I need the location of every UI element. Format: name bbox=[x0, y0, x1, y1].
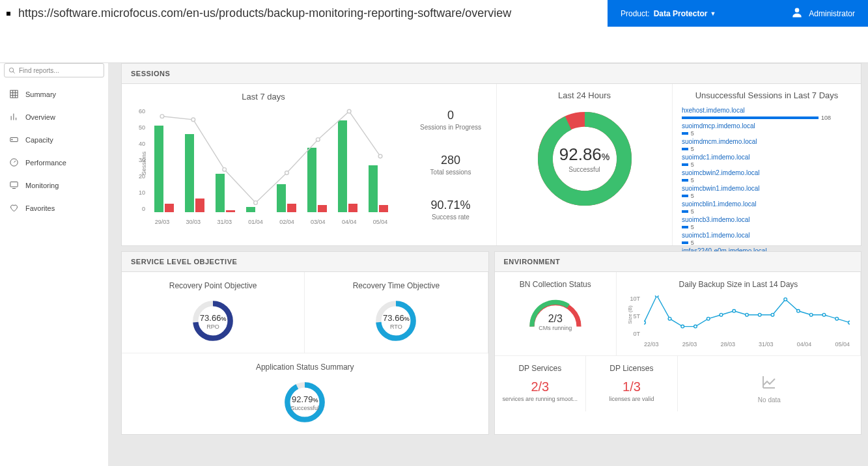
svg-point-35 bbox=[668, 317, 671, 320]
sessions-7d-title: Last 7 days bbox=[131, 92, 396, 102]
rto-title: Recovery Time Objective bbox=[314, 281, 478, 290]
product-value: Data Protector bbox=[654, 9, 708, 18]
svg-point-37 bbox=[694, 325, 697, 328]
sidebar: Find reports... Summary Overview Capacit… bbox=[0, 63, 108, 466]
rto-value: 73.66 bbox=[383, 313, 404, 323]
svg-line-2 bbox=[13, 71, 15, 73]
app-title: Application Status Summary bbox=[131, 363, 479, 372]
monitor-icon bbox=[9, 180, 19, 190]
donut-pct: % bbox=[602, 152, 609, 162]
bn-title: BN Collection Status bbox=[503, 280, 609, 289]
svg-point-0 bbox=[795, 8, 800, 12]
grid-icon bbox=[9, 89, 19, 99]
sessions-24h-donut[interactable]: Last 24 Hours 92.86% Successful bbox=[496, 84, 672, 245]
bn-collection-cell[interactable]: BN Collection Status 2/3 CMs running bbox=[495, 272, 617, 355]
app-value: 92.79 bbox=[292, 394, 313, 404]
admin-menu[interactable]: Administrator bbox=[791, 6, 855, 21]
app-sub: Successful bbox=[290, 405, 319, 411]
unsucc-title: Unsuccessful Sessions in Last 7 Days bbox=[682, 90, 852, 100]
sidebar-item-performance[interactable]: Performance bbox=[0, 151, 108, 174]
nodata-cell: No data bbox=[678, 356, 861, 411]
heart-icon bbox=[9, 203, 19, 213]
spark-y-axis: 10T5T0T bbox=[624, 295, 640, 337]
sessions-stats: 0 Sessions in Progress 280 Total session… bbox=[405, 84, 496, 245]
svg-point-48 bbox=[835, 317, 839, 320]
search-input[interactable]: Find reports... bbox=[4, 63, 104, 77]
svg-point-36 bbox=[681, 325, 684, 328]
dpl-title: DP Licenses bbox=[594, 364, 669, 373]
sidebar-item-monitoring[interactable]: Monitoring bbox=[0, 174, 108, 197]
svg-point-34 bbox=[655, 295, 658, 297]
stat-block: 90.71% Success rate bbox=[430, 199, 470, 221]
url-text: https://software.microfocus.com/en-us/pr… bbox=[18, 7, 511, 20]
svg-point-33 bbox=[644, 321, 645, 324]
dps-title: DP Services bbox=[503, 364, 578, 373]
person-icon bbox=[791, 6, 804, 21]
rpo-sub: RPO bbox=[206, 323, 219, 330]
sidebar-item-label: Capacity bbox=[25, 136, 53, 144]
url-region: https://software.microfocus.com/en-us/pr… bbox=[0, 7, 608, 20]
env-header: ENVIRONMENT bbox=[495, 252, 861, 272]
spark-x-axis: 22/0325/0328/0331/0304/0405/04 bbox=[644, 341, 850, 348]
donut-label: Successful bbox=[568, 166, 600, 173]
stat-label: Total sessions bbox=[430, 169, 471, 176]
stat-block: 280 Total sessions bbox=[430, 154, 471, 176]
slo-panel: SERVICE LEVEL OBJECTIVE Recovery Point O… bbox=[121, 251, 489, 435]
svg-point-38 bbox=[707, 317, 710, 320]
sidebar-item-capacity[interactable]: Capacity bbox=[0, 128, 108, 151]
sidebar-item-label: Monitoring bbox=[25, 182, 59, 189]
rpo-value: 73.66 bbox=[200, 313, 221, 323]
sidebar-item-label: Overview bbox=[25, 113, 55, 121]
svg-point-12 bbox=[12, 139, 12, 140]
svg-point-43 bbox=[771, 313, 774, 316]
sidebar-item-overview[interactable]: Overview bbox=[0, 105, 108, 128]
stat-value: 280 bbox=[430, 154, 471, 167]
rto-cell[interactable]: Recovery Time Objective 73.66% RTO bbox=[305, 272, 488, 353]
unsucc-list: hxehost.imdemo.local108suoimdmcp.imdemo.… bbox=[682, 107, 852, 262]
dp-services-cell[interactable]: DP Services 2/3 services are running smo… bbox=[495, 356, 587, 411]
slo-header: SERVICE LEVEL OBJECTIVE bbox=[122, 252, 488, 272]
bar-plot bbox=[147, 108, 396, 212]
svg-point-39 bbox=[720, 313, 723, 316]
svg-point-46 bbox=[809, 313, 813, 316]
spark-line-icon bbox=[644, 295, 850, 334]
product-label: Product: bbox=[621, 9, 650, 18]
app-status-cell[interactable]: Application Status Summary 92.79% Succes… bbox=[122, 353, 488, 434]
bn-sub: CMs running bbox=[526, 325, 585, 331]
main-content: SESSIONS Last 7 days Sessions 0102030405… bbox=[108, 63, 868, 466]
svg-point-42 bbox=[758, 313, 761, 316]
sessions-7d-chart[interactable]: Last 7 days Sessions 0102030405060 29/03… bbox=[122, 84, 405, 245]
url-bullet-icon bbox=[7, 12, 10, 16]
product-selector[interactable]: Product: Data Protector ▼ Administrator bbox=[608, 0, 868, 27]
search-placeholder: Find reports... bbox=[19, 67, 59, 74]
sidebar-item-label: Summary bbox=[25, 90, 56, 98]
stat-block: 0 Sessions in Progress bbox=[420, 109, 481, 131]
admin-label: Administrator bbox=[809, 9, 855, 18]
stat-label: Success rate bbox=[430, 213, 470, 221]
bn-value: 2/3 bbox=[526, 313, 585, 325]
sidebar-item-label: Performance bbox=[25, 159, 66, 167]
svg-line-14 bbox=[14, 161, 16, 163]
sessions-24h-title: Last 24 Hours bbox=[503, 90, 665, 100]
donut-value: 92.86 bbox=[559, 144, 602, 164]
capacity-icon bbox=[9, 135, 19, 144]
svg-point-47 bbox=[822, 313, 826, 316]
dpl-value: 1/3 bbox=[594, 379, 669, 394]
unsuccessful-sessions[interactable]: Unsuccessful Sessions in Last 7 Days hxe… bbox=[672, 84, 861, 245]
chart-placeholder-icon bbox=[686, 374, 853, 392]
x-axis: 29/0330/0331/0301/0402/0403/0404/0405/04 bbox=[147, 219, 396, 225]
sessions-header: SESSIONS bbox=[122, 64, 861, 84]
svg-point-40 bbox=[733, 309, 736, 312]
nodata-label: No data bbox=[686, 396, 853, 404]
sidebar-item-summary[interactable]: Summary bbox=[0, 83, 108, 105]
bar-chart-icon bbox=[9, 112, 19, 122]
sidebar-item-favorites[interactable]: Favorites bbox=[0, 197, 108, 219]
dp-licenses-cell[interactable]: DP Licenses 1/3 licenses are valid bbox=[586, 356, 678, 411]
stat-value: 90.71% bbox=[430, 199, 470, 212]
daily-backup-cell[interactable]: Daily Backup Size in Last 14 Days Size (… bbox=[617, 272, 861, 355]
svg-point-1 bbox=[9, 68, 13, 72]
daily-title: Daily Backup Size in Last 14 Days bbox=[624, 280, 852, 289]
rpo-cell[interactable]: Recovery Point Objective 73.66% RPO bbox=[122, 272, 305, 353]
sidebar-item-label: Favorites bbox=[25, 204, 55, 212]
y-axis: 0102030405060 bbox=[133, 108, 145, 212]
